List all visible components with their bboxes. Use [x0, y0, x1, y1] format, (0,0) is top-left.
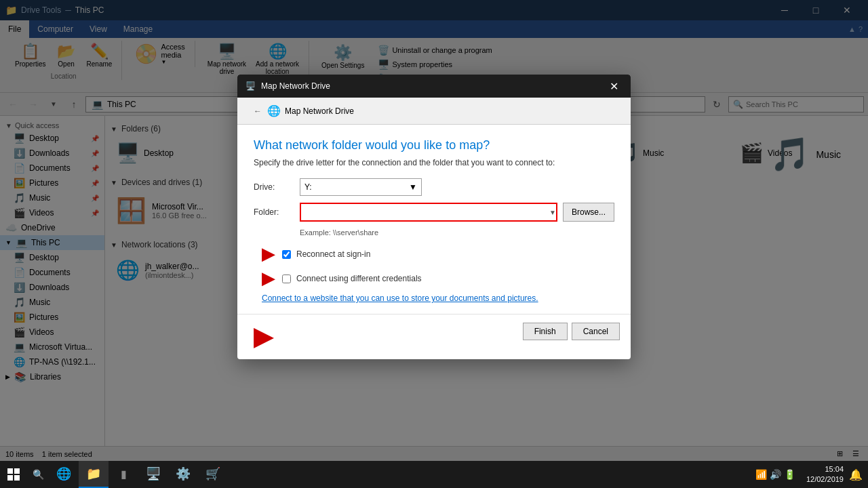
finish-arrow-container: ▶: [248, 323, 273, 351]
taskbar-search-btn[interactable]: 🔍: [27, 461, 49, 488]
clock-time: 15:04: [806, 464, 844, 474]
system-tray: 📶 🔊 🔋: [750, 469, 801, 480]
modal-header: ← 🌐 Map Network Drive: [237, 98, 631, 125]
taskbar-vm-btn[interactable]: 🖥️: [138, 461, 168, 488]
drive-label: Drive:: [254, 182, 294, 192]
taskbar-terminal-btn[interactable]: ▮: [108, 461, 138, 488]
vm-icon: 🖥️: [146, 466, 161, 481]
reconnect-label: Reconnect at sign-in: [296, 249, 370, 259]
taskbar-explorer-btn[interactable]: 📁: [79, 461, 108, 488]
folder-form-row: Folder: ▼ Browse...: [254, 203, 614, 222]
reconnect-arrow-indicator: ▶: [262, 245, 274, 264]
modal-heading: What network folder would you like to ma…: [254, 138, 614, 152]
folder-input[interactable]: [300, 203, 557, 222]
website-link[interactable]: Connect to a website that you can use to…: [262, 293, 538, 303]
taskbar: 🔍 🌐 📁 ▮ 🖥️ ⚙️ 🛒 📶 🔊 🔋 15:04 12/02/2019: [0, 461, 868, 488]
modal-overlay: 🖥️ Map Network Drive ✕ ← 🌐 Map Network D…: [0, 0, 868, 461]
modal-header-title: Map Network Drive: [285, 106, 354, 116]
modal-header-icon: 🌐: [267, 104, 281, 117]
clock[interactable]: 15:04 12/02/2019: [801, 464, 849, 485]
drive-value: Y:: [304, 182, 312, 192]
modal-footer: ▶ Finish Cancel: [237, 314, 631, 359]
folder-input-wrap: ▼: [300, 203, 557, 222]
reconnect-checkbox[interactable]: [282, 250, 291, 259]
diff-creds-label: Connect using different credentials: [296, 274, 422, 283]
modal-body: What network folder would you like to ma…: [237, 125, 631, 314]
diff-creds-checkbox[interactable]: [282, 274, 291, 283]
start-button[interactable]: [0, 461, 27, 488]
store-icon: 🛒: [205, 466, 220, 481]
network-tray-icon[interactable]: 📶: [755, 469, 767, 480]
notification-icon[interactable]: 🔔: [849, 468, 863, 481]
example-text: Example: \\server\share: [300, 228, 614, 237]
drive-form-row: Drive: Y: ▼: [254, 178, 614, 196]
browse-button[interactable]: Browse...: [563, 203, 614, 222]
settings-taskbar-icon: ⚙️: [176, 466, 191, 481]
folder-label: Folder:: [254, 207, 294, 217]
explorer-icon: 📁: [86, 466, 101, 481]
modal-title-bar: 🖥️ Map Network Drive ✕: [237, 75, 631, 98]
volume-tray-icon[interactable]: 🔊: [770, 469, 781, 480]
diff-creds-arrow-indicator: ▶: [262, 269, 274, 288]
taskbar-settings-btn[interactable]: ⚙️: [168, 461, 198, 488]
clock-date: 12/02/2019: [806, 474, 844, 485]
map-network-drive-modal: 🖥️ Map Network Drive ✕ ← 🌐 Map Network D…: [237, 75, 631, 359]
taskbar-search-icon: 🔍: [33, 469, 44, 480]
taskbar-store-btn[interactable]: 🛒: [198, 461, 228, 488]
taskbar-left: 🔍 🌐 📁 ▮ 🖥️ ⚙️ 🛒: [0, 461, 228, 488]
modal-close-button[interactable]: ✕: [605, 77, 623, 95]
reconnect-checkbox-row: ▶ Reconnect at sign-in: [262, 245, 614, 264]
modal-title: 🖥️ Map Network Drive: [245, 81, 330, 91]
taskbar-right: 📶 🔊 🔋 15:04 12/02/2019 🔔: [750, 464, 868, 485]
drive-chevron: ▼: [409, 182, 417, 192]
finish-arrow-icon: ▶: [254, 323, 273, 351]
cancel-button[interactable]: Cancel: [572, 323, 620, 340]
finish-button[interactable]: Finish: [523, 323, 568, 340]
taskbar-edge-btn[interactable]: 🌐: [49, 461, 79, 488]
website-link-row: Connect to a website that you can use to…: [262, 293, 614, 303]
modal-subtitle: Specify the drive letter for the connect…: [254, 158, 614, 167]
modal-back-button[interactable]: ←: [248, 102, 267, 121]
modal-title-text: Map Network Drive: [261, 81, 330, 91]
windows-logo: [7, 468, 20, 481]
edge-icon: 🌐: [56, 466, 71, 481]
diff-creds-checkbox-row: ▶ Connect using different credentials: [262, 269, 614, 288]
battery-tray-icon[interactable]: 🔋: [784, 469, 795, 480]
drive-select[interactable]: Y: ▼: [300, 178, 422, 196]
modal-title-icon: 🖥️: [245, 81, 256, 91]
terminal-icon: ▮: [121, 468, 127, 481]
